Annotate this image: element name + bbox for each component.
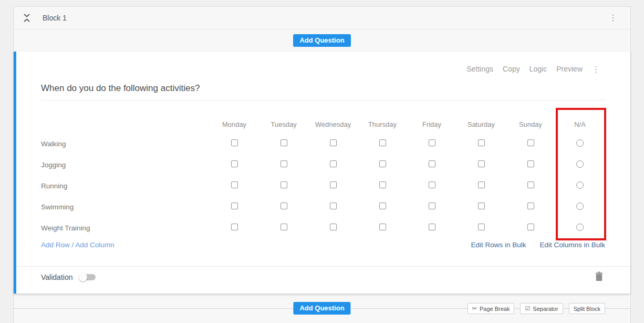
column-header-sunday: Sunday: [506, 120, 555, 128]
day-checkbox[interactable]: [379, 203, 386, 209]
na-radio[interactable]: [576, 224, 584, 231]
day-checkbox[interactable]: [330, 181, 337, 188]
add-question-strip-top: Add Question: [14, 29, 630, 52]
day-checkbox[interactable]: [527, 139, 534, 146]
add-question-button-bottom[interactable]: Add Question: [293, 302, 350, 315]
day-checkbox[interactable]: [429, 224, 435, 230]
page-break-label: Page Break: [480, 306, 510, 312]
matrix-cell: [210, 139, 259, 148]
add-question-button-top[interactable]: Add Question: [293, 34, 350, 47]
matrix-cell: [210, 224, 259, 232]
na-radio[interactable]: [576, 181, 584, 189]
day-checkbox[interactable]: [231, 160, 238, 167]
day-checkbox[interactable]: [330, 224, 337, 230]
column-header-saturday: Saturday: [456, 120, 506, 128]
day-checkbox[interactable]: [478, 224, 485, 230]
matrix-row: Weight Training: [41, 217, 605, 238]
day-checkbox[interactable]: [281, 203, 287, 209]
matrix-cell: [308, 181, 358, 190]
question-menu-kebab-icon[interactable]: ⋮: [592, 65, 600, 73]
block-title: Block 1: [43, 14, 67, 22]
validation-label: Validation: [41, 273, 72, 281]
matrix-table: MondayTuesdayWednesdayThursdayFridaySatu…: [41, 115, 605, 238]
add-row-link[interactable]: Add Row: [41, 241, 70, 249]
logic-button[interactable]: Logic: [529, 65, 547, 73]
matrix-cell: [555, 139, 605, 148]
day-checkbox[interactable]: [429, 181, 435, 188]
day-checkbox[interactable]: [281, 160, 287, 167]
matrix-cell: [506, 139, 555, 148]
day-checkbox[interactable]: [379, 224, 386, 230]
na-radio[interactable]: [576, 139, 584, 147]
matrix-cell: [555, 203, 605, 211]
day-checkbox[interactable]: [330, 203, 337, 209]
day-checkbox[interactable]: [478, 181, 485, 188]
question-title[interactable]: When do you do the following activities?: [41, 83, 200, 94]
day-checkbox[interactable]: [478, 203, 485, 209]
matrix-cell: [407, 224, 456, 232]
day-checkbox[interactable]: [527, 160, 534, 167]
matrix-row: Walking: [41, 133, 605, 154]
matrix-cell: [259, 224, 308, 232]
matrix-edit-links: Add Row / Add Column: [41, 241, 115, 249]
validation-toggle-knob[interactable]: [79, 273, 87, 281]
day-checkbox[interactable]: [281, 224, 287, 230]
matrix-row: Swimming: [41, 196, 605, 217]
column-header-n-a: N/A: [555, 120, 605, 128]
footer-buttons: ✂ Page Break ☑ Separator Split Block: [468, 303, 605, 314]
split-block-button[interactable]: Split Block: [569, 303, 605, 314]
matrix-cell: [407, 160, 456, 169]
column-header-wednesday: Wednesday: [308, 120, 358, 128]
matrix-cell: [407, 181, 456, 190]
survey-block: Block 1 ⋮ Add Question Settings Copy Log…: [13, 6, 631, 323]
block-header: Block 1 ⋮: [14, 7, 630, 29]
matrix-cell: [456, 160, 506, 169]
day-checkbox[interactable]: [231, 139, 238, 146]
collapse-block-icon[interactable]: [23, 14, 30, 22]
day-checkbox[interactable]: [379, 181, 386, 188]
day-checkbox[interactable]: [429, 203, 435, 209]
validation-toggle[interactable]: [80, 274, 96, 280]
page-break-button[interactable]: ✂ Page Break: [468, 303, 515, 314]
block-menu-kebab-icon[interactable]: ⋮: [609, 14, 617, 22]
na-radio[interactable]: [576, 160, 584, 168]
day-checkbox[interactable]: [281, 181, 287, 188]
matrix-cell: [555, 181, 605, 190]
separator-button[interactable]: ☑ Separator: [520, 303, 563, 314]
day-checkbox[interactable]: [231, 203, 238, 209]
day-checkbox[interactable]: [429, 139, 435, 146]
copy-button[interactable]: Copy: [503, 65, 520, 73]
day-checkbox[interactable]: [281, 139, 287, 146]
day-checkbox[interactable]: [527, 203, 534, 209]
day-checkbox[interactable]: [527, 224, 534, 230]
add-column-link[interactable]: Add Column: [75, 241, 114, 249]
matrix-cell: [456, 181, 506, 190]
column-header-thursday: Thursday: [358, 120, 407, 128]
matrix-cell: [506, 224, 555, 232]
question-toolbar: Settings Copy Logic Preview ⋮: [466, 65, 600, 73]
row-label: Swimming: [41, 203, 210, 211]
edit-rows-bulk-link[interactable]: Edit Rows in Bulk: [471, 241, 526, 249]
day-checkbox[interactable]: [478, 160, 485, 167]
na-radio[interactable]: [576, 203, 584, 210]
matrix-cell: [358, 181, 407, 190]
day-checkbox[interactable]: [330, 139, 337, 146]
day-checkbox[interactable]: [527, 181, 534, 188]
day-checkbox[interactable]: [379, 160, 386, 167]
matrix-cell: [259, 160, 308, 169]
day-checkbox[interactable]: [478, 139, 485, 146]
day-checkbox[interactable]: [231, 224, 238, 230]
day-checkbox[interactable]: [379, 139, 386, 146]
day-checkbox[interactable]: [231, 181, 238, 188]
matrix-cell: [308, 203, 358, 211]
row-label: Weight Training: [41, 224, 210, 232]
question-card: Settings Copy Logic Preview ⋮ When do yo…: [14, 52, 630, 294]
preview-button[interactable]: Preview: [556, 65, 583, 73]
page-break-icon: ✂: [472, 305, 477, 312]
delete-question-trash-icon[interactable]: [595, 271, 603, 284]
day-checkbox[interactable]: [429, 160, 435, 167]
matrix-cell: [456, 203, 506, 211]
edit-columns-bulk-link[interactable]: Edit Columns in Bulk: [539, 241, 605, 249]
day-checkbox[interactable]: [330, 160, 337, 167]
settings-button[interactable]: Settings: [466, 65, 493, 73]
